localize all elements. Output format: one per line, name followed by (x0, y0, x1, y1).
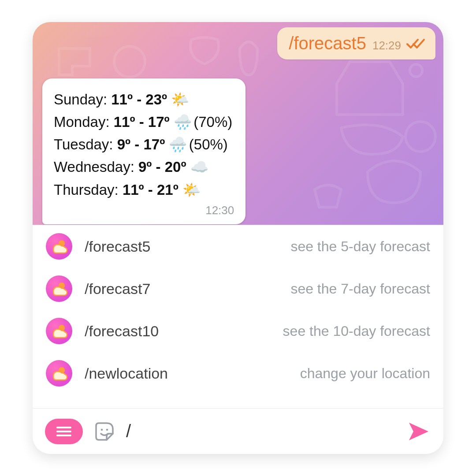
compose-bar (33, 408, 443, 454)
command-name: /forecast10 (85, 323, 190, 340)
message-outgoing-text: /forecast5 (289, 33, 366, 53)
command-suggestion[interactable]: /forecast10see the 10-day forecast (33, 310, 443, 352)
sun-cloud-icon: 🌤️ (182, 178, 198, 201)
command-name: /forecast5 (85, 238, 190, 255)
forecast-list: Sunday: 11º - 23º 🌤️Monday: 11º - 17º 🌧️… (54, 88, 232, 201)
forecast-line: Tuesday: 9º - 17º 🌧️ (50%) (54, 133, 232, 156)
svg-point-11 (106, 428, 108, 431)
forecast-day: Thursday: (54, 182, 123, 198)
command-name: /newlocation (85, 365, 190, 382)
message-outgoing-time: 12:29 (372, 39, 401, 52)
forecast-day: Monday: (54, 114, 114, 130)
svg-point-0 (114, 46, 145, 77)
chat-card: /forecast5 12:29 Sunday: 11º - 23º 🌤️Mon… (33, 22, 443, 454)
rain-cloud-icon: 🌧️ (169, 133, 185, 156)
message-outgoing[interactable]: /forecast5 12:29 (277, 27, 435, 60)
command-suggestion[interactable]: /forecast7see the 7-day forecast (33, 268, 443, 310)
svg-point-1 (410, 64, 422, 77)
read-receipt-icon (406, 38, 426, 49)
command-description: see the 7-day forecast (203, 281, 430, 297)
sticker-button[interactable] (93, 420, 115, 443)
forecast-temps: 9º - 20º (138, 159, 190, 175)
command-description: see the 5-day forecast (203, 238, 430, 255)
bot-avatar-icon (46, 275, 72, 302)
message-input[interactable] (126, 421, 396, 441)
forecast-precip: (70%) (190, 114, 232, 130)
message-incoming-time: 12:30 (54, 204, 234, 217)
forecast-line: Thursday: 11º - 21º 🌤️ (54, 178, 232, 201)
command-description: see the 10-day forecast (203, 323, 430, 339)
menu-button[interactable] (45, 419, 83, 444)
forecast-line: Monday: 11º - 17º 🌧️ (70%) (54, 111, 232, 133)
forecast-temps: 9º - 17º (117, 136, 169, 152)
forecast-temps: 11º - 23º (111, 91, 171, 108)
svg-point-2 (405, 122, 435, 152)
command-description: change your location (203, 365, 430, 382)
forecast-line: Sunday: 11º - 23º 🌤️ (54, 88, 232, 111)
command-suggestions: /forecast5see the 5-day forecast/forecas… (33, 225, 443, 408)
rain-cloud-icon: 🌧️ (174, 111, 190, 133)
forecast-day: Wednesday: (54, 159, 138, 175)
forecast-day: Sunday: (54, 91, 111, 108)
command-suggestion[interactable]: /forecast5see the 5-day forecast (33, 225, 443, 268)
chat-area: /forecast5 12:29 Sunday: 11º - 23º 🌤️Mon… (33, 22, 443, 225)
bot-avatar-icon (46, 360, 72, 387)
bot-avatar-icon (46, 233, 72, 260)
sun-cloud-icon: 🌤️ (171, 88, 187, 111)
forecast-day: Tuesday: (54, 136, 117, 152)
forecast-line: Wednesday: 9º - 20º ☁️ (54, 156, 232, 178)
forecast-temps: 11º - 17º (114, 114, 174, 130)
send-button[interactable] (406, 419, 431, 444)
bot-avatar-icon (46, 318, 72, 344)
command-name: /forecast7 (85, 280, 190, 298)
command-suggestion[interactable]: /newlocationchange your location (33, 352, 443, 394)
forecast-temps: 11º - 21º (123, 182, 182, 198)
message-incoming[interactable]: Sunday: 11º - 23º 🌤️Monday: 11º - 17º 🌧️… (42, 78, 245, 224)
svg-point-10 (101, 428, 103, 431)
forecast-precip: (50%) (185, 136, 228, 152)
cloud-icon: ☁️ (190, 156, 206, 178)
